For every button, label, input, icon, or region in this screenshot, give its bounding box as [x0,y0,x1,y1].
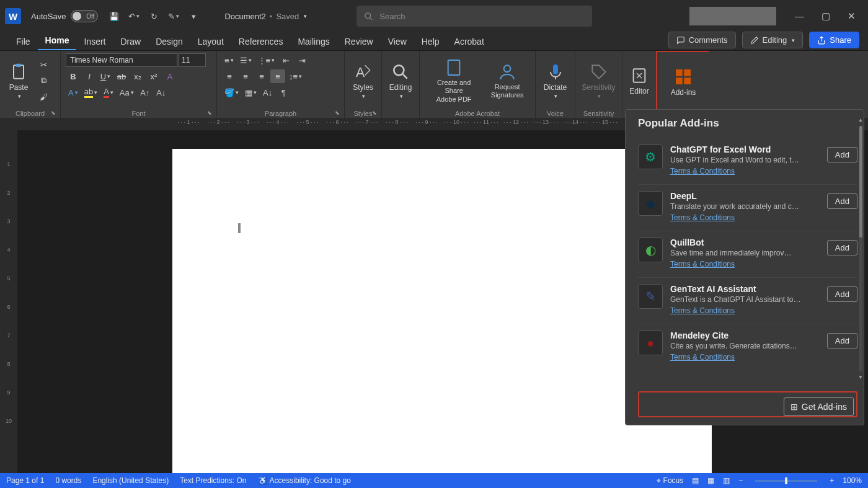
close-button[interactable]: ✕ [845,8,858,24]
scroll-up-icon[interactable]: ▲ [858,117,863,123]
addin-add-button[interactable]: Add [827,147,857,162]
dictate-button[interactable]: Dictate▾ [541,53,570,108]
addin-add-button[interactable]: Add [827,193,857,209]
highlight-color-button[interactable]: ab▾ [82,86,100,99]
user-account[interactable] [689,7,776,25]
tab-acrobat[interactable]: Acrobat [447,33,492,50]
share-button[interactable]: Share [809,32,859,48]
change-case-button[interactable]: Aa▾ [117,86,136,99]
cut-button[interactable]: ✂ [36,58,51,71]
editing-mode-button[interactable]: Editing▾ [742,32,804,48]
justify-button[interactable]: ≡ [270,69,285,83]
save-icon[interactable]: 💾 [108,10,120,22]
undo-icon[interactable]: ↶▾ [128,10,140,22]
increase-indent-button[interactable]: ⇥ [294,53,309,67]
tab-view[interactable]: View [381,33,414,50]
comments-button[interactable]: Comments [668,32,736,48]
addin-terms-link[interactable]: Terms & Conditions [670,213,735,222]
styles-button[interactable]: A Styles▾ [350,53,376,108]
addin-list[interactable]: ⚙ChatGPT for Excel WordUse GPT in Excel … [638,138,857,388]
text-predictions[interactable]: Text Predictions: On [180,476,246,485]
font-color-outline-button[interactable]: A▾ [66,86,81,99]
read-mode-button[interactable]: ▤ [692,476,699,485]
sort-button[interactable]: A↓ [260,86,275,99]
grow-font-button[interactable]: A↑ [138,86,153,99]
maximize-button[interactable]: ▢ [819,8,833,24]
decrease-indent-button[interactable]: ⇤ [278,53,293,67]
web-layout-button[interactable]: ▥ [723,476,730,485]
clipboard-launcher[interactable]: ⬊ [51,110,58,117]
styles-launcher[interactable]: ⬊ [372,110,379,117]
tab-home[interactable]: Home [38,32,77,50]
page-count[interactable]: Page 1 of 1 [6,476,44,485]
addin-terms-link[interactable]: Terms & Conditions [670,260,735,268]
subscript-button[interactable]: x₂ [130,69,145,83]
font-launcher[interactable]: ⬊ [207,110,214,117]
addin-add-button[interactable]: Add [827,240,857,255]
tab-draw[interactable]: Draw [113,33,148,50]
format-painter-button[interactable]: 🖌 [36,90,51,104]
bold-button[interactable]: B [66,69,81,83]
addin-terms-link[interactable]: Terms & Conditions [670,306,735,315]
addin-add-button[interactable]: Add [827,286,857,302]
search-box[interactable]: Search [356,6,592,27]
editing-dropdown[interactable]: Editing▾ [387,53,414,108]
shrink-font-button[interactable]: A↓ [154,86,169,99]
word-count[interactable]: 0 words [55,476,81,485]
tab-design[interactable]: Design [148,33,190,50]
pane-scrollbar[interactable]: ▲ ▼ [857,117,864,380]
superscript-button[interactable]: x² [146,69,161,83]
highlighter-icon[interactable]: ✎▾ [167,10,180,22]
redo-icon[interactable]: ↻ [148,10,160,22]
tab-mailings[interactable]: Mailings [290,33,337,50]
editor-button[interactable]: Editor [627,53,651,108]
font-color-button[interactable]: A▾ [101,86,116,99]
tab-layout[interactable]: Layout [190,33,231,50]
align-center-button[interactable]: ≡ [238,69,253,83]
borders-button[interactable]: ▦▾ [242,86,259,99]
paste-button[interactable]: Paste ▾ [5,53,32,108]
numbering-button[interactable]: ☰▾ [237,53,254,67]
zoom-in-button[interactable]: + [830,476,834,485]
italic-button[interactable]: I [82,69,97,83]
get-addins-button[interactable]: ⊞ Get Add-ins [784,397,854,416]
shading-button[interactable]: 🪣▾ [222,86,241,99]
zoom-knob[interactable] [785,477,787,484]
copy-button[interactable]: ⧉ [36,74,51,87]
addin-terms-link[interactable]: Terms & Conditions [670,353,735,362]
underline-button[interactable]: U▾ [98,69,113,83]
font-name-input[interactable] [66,53,177,67]
font-size-input[interactable] [179,53,206,67]
scroll-thumb[interactable] [859,126,862,237]
tab-review[interactable]: Review [337,33,381,50]
adobe-create-share-button[interactable]: Create and Share Adobe PDF [425,53,483,108]
document-name[interactable]: Document2 • Saved ▾ [224,12,307,21]
align-left-button[interactable]: ≡ [222,69,237,83]
addin-terms-link[interactable]: Terms & Conditions [670,167,735,175]
tab-help[interactable]: Help [414,33,447,50]
customize-qat-icon[interactable]: ▾ [187,10,200,22]
tab-insert[interactable]: Insert [76,33,113,50]
scroll-down-icon[interactable]: ▼ [858,375,863,380]
sensitivity-button[interactable]: Sensitivity▾ [580,53,617,108]
tab-references[interactable]: References [231,33,291,50]
tab-file[interactable]: File [9,33,38,50]
zoom-level[interactable]: 100% [843,476,862,485]
focus-mode-button[interactable]: ⌖Focus [657,476,684,485]
adobe-request-signatures-button[interactable]: Request Signatures [484,53,530,108]
align-right-button[interactable]: ≡ [254,69,269,83]
paragraph-launcher[interactable]: ⬊ [335,110,342,117]
addins-button[interactable]: Add-ins [662,55,704,109]
bullets-button[interactable]: ≡▾ [222,53,236,67]
text-effects-button[interactable]: A [162,69,177,83]
zoom-slider[interactable] [755,480,817,482]
multilevel-list-button[interactable]: ⋮≡▾ [255,53,278,67]
autosave-toggle[interactable]: Off [71,10,98,22]
vertical-ruler[interactable]: 12345678910 [0,130,17,473]
show-marks-button[interactable]: ¶ [276,86,291,99]
print-layout-button[interactable]: ▦ [707,476,714,485]
strikethrough-button[interactable]: ab [114,69,129,83]
addin-add-button[interactable]: Add [827,333,857,348]
line-spacing-button[interactable]: ↕≡▾ [286,69,304,83]
language[interactable]: English (United States) [92,476,169,485]
